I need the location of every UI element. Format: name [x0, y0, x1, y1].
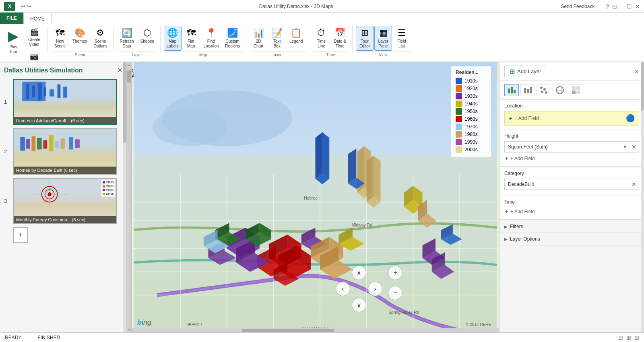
map-nav-right[interactable]: › — [368, 282, 382, 296]
category-field-value: DecadeBuilt — [505, 179, 629, 189]
scene-panel-scrollbar[interactable] — [123, 62, 126, 332]
scroll-down-arrow[interactable]: ▼ — [128, 328, 131, 332]
layer-type-globe[interactable] — [553, 84, 567, 96]
flat-map-label: FlatMap — [187, 39, 195, 49]
tab-home[interactable]: HOME — [23, 13, 52, 24]
shapes-button[interactable]: ⬡ Shapes — [138, 26, 157, 46]
bing-logo: bing — [137, 318, 151, 327]
ribbon-group-map: 🌐 MapLabels 🗺 FlatMap 📍 FindLocation 🗾 C… — [161, 26, 247, 52]
scene-thumb-3[interactable]: 1910s 1920s 1930s 1940s Monthly Energy C… — [13, 178, 117, 224]
filters-label: Filters — [510, 224, 523, 229]
right-panel-scroll-thumb[interactable] — [641, 62, 644, 111]
height-field-dropdown[interactable]: ▼ — [621, 142, 629, 152]
map-vscroll-thumb[interactable] — [127, 70, 131, 82]
scene-item-3[interactable]: 3 1910s 1920s 1930s 1940s — [4, 178, 122, 224]
map-labels-button[interactable]: 🌐 MapLabels — [164, 26, 182, 51]
maximize-button[interactable]: ☐ — [627, 3, 632, 10]
field-list-button[interactable]: ☰ FieldList — [393, 26, 411, 51]
scene-thumb-1[interactable]: Homes in Addison/Carroll... (6 sec) — [13, 79, 117, 125]
height-field-value: SquareFeet (Sum) — [505, 142, 621, 152]
flat-map-button[interactable]: 🗺 FlatMap — [182, 26, 200, 51]
right-panel-close-button[interactable]: ✕ — [634, 68, 639, 75]
map-labels-icon: 🌐 — [167, 28, 178, 38]
layer-type-bar-chart[interactable] — [504, 84, 519, 96]
add-scene-button[interactable]: + — [13, 227, 28, 243]
map-hscroll-thumb[interactable] — [242, 329, 334, 332]
layer-options-label: Layer Options — [510, 236, 540, 242]
ribbon: ▶ PlayTour 🎬 CreateVideo 📷 CaptureScreen… — [0, 24, 644, 62]
svg-point-108 — [545, 91, 547, 94]
map-zoom-in[interactable]: + — [388, 266, 402, 280]
custom-regions-button[interactable]: 🗾 CustomRegions — [222, 26, 243, 51]
layer-type-scatter[interactable] — [537, 84, 551, 96]
scene-panel-scroll-thumb[interactable] — [123, 62, 126, 143]
scene-panel-close-button[interactable]: ✕ — [117, 66, 122, 74]
themes-button[interactable]: 🎨 Themes — [70, 26, 90, 46]
restore-button[interactable]: ⊡ — [612, 3, 617, 10]
map-nav-up[interactable]: ∧ — [352, 266, 366, 280]
right-panel-scrollbar[interactable] — [641, 62, 644, 332]
scene-item-1[interactable]: 1 Homes in Addison/Carroll... (6 sec) — [4, 79, 122, 125]
svg-text:Hebroc: Hebroc — [304, 196, 318, 200]
layer-pane-button[interactable]: ▦ LayerPane — [374, 26, 392, 51]
refresh-data-label: RefreshData — [120, 39, 134, 49]
scene-thumb-2[interactable]: Homes by Decade Built (6 sec) — [13, 128, 117, 175]
map-nav-left[interactable]: ‹ — [336, 282, 350, 296]
scene-item-2[interactable]: 2 Homes by Deca — [4, 128, 122, 175]
svg-rect-11 — [37, 138, 42, 149]
send-feedback-link[interactable]: Send Feedback — [561, 4, 594, 9]
layer-options-section[interactable]: ▶ Layer Options — [500, 233, 644, 245]
add-time-field[interactable]: + + Add Field — [504, 207, 639, 216]
svg-marker-76 — [316, 132, 322, 179]
create-video-button[interactable]: 🎬 CreateVideo — [24, 26, 44, 49]
time-line-button[interactable]: ⏱ TimeLine — [312, 26, 330, 51]
map-zoom-out[interactable]: − — [388, 286, 402, 300]
legend-label-1930s: 1930s — [464, 93, 478, 99]
height-section: Height SquareFeet (Sum) ▼ ✕ + + Add Fiel… — [500, 130, 644, 167]
svg-marker-77 — [322, 132, 329, 179]
add-layer-button[interactable]: ⊞ Add Layer — [504, 66, 546, 77]
create-video-icon: 🎬 — [30, 28, 39, 37]
status-bar: READY FINISHED ⊡ ⊞ ⊟ — [0, 332, 644, 342]
new-scene-button[interactable]: 🗺 NewScene — [51, 26, 69, 51]
bing-text: b — [137, 318, 142, 326]
redo-button[interactable]: ↪ — [27, 3, 31, 9]
map-hscroll-track[interactable] — [132, 328, 499, 332]
scene-options-label: SceneOptions — [93, 39, 107, 49]
layer-type-column-chart[interactable] — [520, 84, 535, 96]
close-button[interactable]: ✕ — [635, 3, 640, 10]
ribbon-group-map-items: 🌐 MapLabels 🗺 FlatMap 📍 FindLocation 🗾 C… — [164, 26, 243, 51]
status-icon-2[interactable]: ⊞ — [626, 334, 631, 341]
svg-point-26 — [153, 109, 227, 146]
scene-options-button[interactable]: ⚙ SceneOptions — [91, 26, 110, 51]
scene-map-viz-3 — [14, 179, 116, 210]
2d-chart-button[interactable]: 📊 2DChart — [250, 26, 267, 51]
play-tour-button[interactable]: ▶ PlayTour — [3, 26, 23, 56]
minimize-button[interactable]: – — [620, 3, 623, 10]
legend-color-1910s — [456, 78, 462, 84]
add-height-field[interactable]: + + Add Field — [504, 154, 639, 163]
map-nav-down[interactable]: ∨ — [352, 298, 366, 312]
shapes-label: Shapes — [140, 39, 154, 44]
legend-button[interactable]: 📋 Legend — [287, 26, 305, 46]
tab-file[interactable]: FILE — [0, 12, 23, 24]
tour-editor-button[interactable]: ⊞ TourEditor — [356, 26, 374, 51]
scroll-up-arrow[interactable]: ▲ — [128, 63, 131, 67]
refresh-data-button[interactable]: 🔄 RefreshData — [117, 26, 137, 51]
svg-rect-1 — [26, 84, 29, 99]
map-vscroll-track[interactable]: ▲ ▼ — [127, 62, 132, 332]
svg-text:Midway Rd: Midway Rd — [351, 223, 372, 227]
text-box-button[interactable]: 📝 TextBox — [268, 26, 286, 51]
layer-type-heatmap[interactable] — [569, 84, 583, 96]
undo-button[interactable]: ↩ — [21, 3, 25, 9]
height-field-remove[interactable]: ✕ — [629, 142, 639, 152]
status-icon-3[interactable]: ⊟ — [634, 334, 639, 341]
category-field-remove[interactable]: ✕ — [629, 179, 639, 190]
help-button[interactable]: ? — [606, 3, 609, 10]
themes-icon: 🎨 — [74, 28, 85, 38]
status-icon-1[interactable]: ⊡ — [618, 334, 623, 341]
date-time-button[interactable]: 📅 Date &Time — [331, 26, 349, 51]
add-location-field-box[interactable]: + + Add Field 🔵 — [504, 111, 639, 126]
find-location-button[interactable]: 📍 FindLocation — [201, 26, 222, 51]
filters-section[interactable]: ▶ Filters — [500, 220, 644, 233]
